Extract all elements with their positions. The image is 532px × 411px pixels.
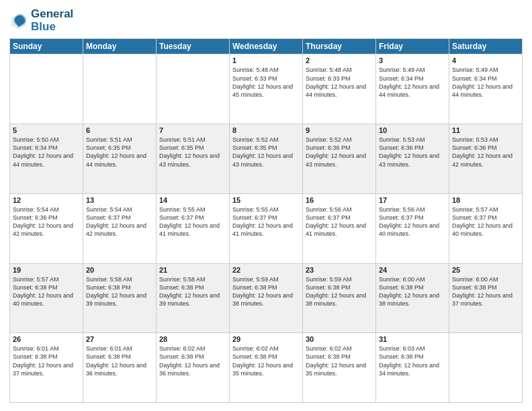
day-number: 27 — [86, 335, 153, 343]
calendar-cell: 5Sunrise: 5:50 AMSunset: 6:34 PMDaylight… — [10, 124, 83, 194]
day-info: Sunrise: 6:03 AMSunset: 6:38 PMDaylight:… — [379, 345, 446, 377]
day-number: 14 — [159, 196, 226, 204]
day-info: Sunrise: 5:50 AMSunset: 6:34 PMDaylight:… — [13, 136, 80, 169]
calendar-cell: 6Sunrise: 5:51 AMSunset: 6:35 PMDaylight… — [83, 124, 157, 194]
day-info: Sunrise: 5:48 AMSunset: 6:33 PMDaylight:… — [232, 66, 300, 99]
calendar-cell: 8Sunrise: 5:52 AMSunset: 6:35 PMDaylight… — [230, 124, 303, 194]
day-info: Sunrise: 5:53 AMSunset: 6:36 PMDaylight:… — [452, 136, 519, 169]
logo-text: General Blue — [31, 8, 73, 33]
day-info: Sunrise: 5:55 AMSunset: 6:37 PMDaylight:… — [159, 205, 226, 238]
day-number: 6 — [86, 126, 153, 134]
day-info: Sunrise: 5:51 AMSunset: 6:35 PMDaylight:… — [86, 136, 153, 169]
day-number: 4 — [452, 56, 519, 64]
calendar-cell: 24Sunrise: 6:00 AMSunset: 6:38 PMDayligh… — [376, 263, 449, 333]
day-number: 3 — [379, 56, 446, 64]
day-info: Sunrise: 5:52 AMSunset: 6:36 PMDaylight:… — [306, 136, 373, 169]
day-info: Sunrise: 5:52 AMSunset: 6:35 PMDaylight:… — [232, 136, 300, 169]
calendar-cell: 15Sunrise: 5:55 AMSunset: 6:37 PMDayligh… — [230, 193, 303, 263]
calendar-cell — [10, 54, 83, 124]
calendar-cell: 29Sunrise: 6:02 AMSunset: 6:38 PMDayligh… — [230, 333, 303, 403]
day-info: Sunrise: 6:01 AMSunset: 6:38 PMDaylight:… — [13, 345, 80, 377]
day-number: 11 — [452, 126, 519, 134]
day-number: 15 — [232, 196, 300, 204]
week-row-4: 19Sunrise: 5:57 AMSunset: 6:38 PMDayligh… — [10, 263, 523, 333]
day-info: Sunrise: 5:48 AMSunset: 6:33 PMDaylight:… — [306, 66, 373, 99]
day-number: 13 — [86, 196, 153, 204]
day-info: Sunrise: 6:02 AMSunset: 6:38 PMDaylight:… — [232, 345, 300, 377]
calendar-cell: 9Sunrise: 5:52 AMSunset: 6:36 PMDaylight… — [303, 124, 376, 194]
weekday-header-row: SundayMondayTuesdayWednesdayThursdayFrid… — [10, 39, 523, 54]
day-info: Sunrise: 5:54 AMSunset: 6:37 PMDaylight:… — [86, 205, 153, 238]
day-info: Sunrise: 5:49 AMSunset: 6:34 PMDaylight:… — [452, 66, 519, 99]
day-number: 21 — [159, 266, 226, 274]
calendar-cell: 2Sunrise: 5:48 AMSunset: 6:33 PMDaylight… — [303, 54, 376, 124]
header: General Blue — [9, 8, 523, 33]
day-number: 5 — [13, 126, 80, 134]
calendar-cell: 26Sunrise: 6:01 AMSunset: 6:38 PMDayligh… — [10, 333, 83, 403]
weekday-monday: Monday — [83, 39, 157, 54]
day-info: Sunrise: 6:00 AMSunset: 6:38 PMDaylight:… — [452, 275, 519, 308]
calendar-cell: 16Sunrise: 5:56 AMSunset: 6:37 PMDayligh… — [303, 193, 376, 263]
week-row-3: 12Sunrise: 5:54 AMSunset: 6:36 PMDayligh… — [10, 193, 523, 263]
day-info: Sunrise: 5:56 AMSunset: 6:37 PMDaylight:… — [306, 205, 373, 238]
calendar-cell: 7Sunrise: 5:51 AMSunset: 6:35 PMDaylight… — [157, 124, 230, 194]
day-number: 26 — [13, 335, 80, 343]
day-info: Sunrise: 5:59 AMSunset: 6:38 PMDaylight:… — [232, 275, 300, 308]
calendar-cell: 28Sunrise: 6:02 AMSunset: 6:38 PMDayligh… — [157, 333, 230, 403]
weekday-wednesday: Wednesday — [230, 39, 303, 54]
day-number: 16 — [306, 196, 373, 204]
day-number: 20 — [86, 266, 153, 274]
calendar-cell — [83, 54, 157, 124]
day-number: 19 — [13, 266, 80, 274]
calendar-cell: 3Sunrise: 5:49 AMSunset: 6:34 PMDaylight… — [376, 54, 449, 124]
day-info: Sunrise: 5:59 AMSunset: 6:38 PMDaylight:… — [306, 275, 373, 308]
day-info: Sunrise: 6:00 AMSunset: 6:38 PMDaylight:… — [379, 275, 446, 308]
day-info: Sunrise: 5:57 AMSunset: 6:38 PMDaylight:… — [13, 275, 80, 308]
calendar-cell — [449, 333, 523, 403]
day-number: 30 — [306, 335, 373, 343]
day-info: Sunrise: 5:53 AMSunset: 6:36 PMDaylight:… — [379, 136, 446, 169]
weekday-saturday: Saturday — [449, 39, 523, 54]
day-number: 2 — [306, 56, 373, 64]
calendar-cell: 13Sunrise: 5:54 AMSunset: 6:37 PMDayligh… — [83, 193, 157, 263]
day-info: Sunrise: 6:02 AMSunset: 6:38 PMDaylight:… — [306, 345, 373, 377]
day-info: Sunrise: 5:54 AMSunset: 6:36 PMDaylight:… — [13, 205, 80, 238]
calendar-cell: 17Sunrise: 5:56 AMSunset: 6:37 PMDayligh… — [376, 193, 449, 263]
day-info: Sunrise: 5:55 AMSunset: 6:37 PMDaylight:… — [232, 205, 300, 238]
calendar-cell: 1Sunrise: 5:48 AMSunset: 6:33 PMDaylight… — [230, 54, 303, 124]
weekday-sunday: Sunday — [10, 39, 83, 54]
calendar-cell: 31Sunrise: 6:03 AMSunset: 6:38 PMDayligh… — [376, 333, 449, 403]
day-number: 31 — [379, 335, 446, 343]
calendar-cell: 23Sunrise: 5:59 AMSunset: 6:38 PMDayligh… — [303, 263, 376, 333]
day-number: 23 — [306, 266, 373, 274]
day-number: 10 — [379, 126, 446, 134]
calendar-cell: 19Sunrise: 5:57 AMSunset: 6:38 PMDayligh… — [10, 263, 83, 333]
day-info: Sunrise: 6:02 AMSunset: 6:38 PMDaylight:… — [159, 345, 226, 377]
calendar-cell: 18Sunrise: 5:57 AMSunset: 6:37 PMDayligh… — [449, 193, 523, 263]
day-info: Sunrise: 6:01 AMSunset: 6:38 PMDaylight:… — [86, 345, 153, 377]
calendar-cell: 27Sunrise: 6:01 AMSunset: 6:38 PMDayligh… — [83, 333, 157, 403]
day-number: 28 — [159, 335, 226, 343]
calendar-cell: 11Sunrise: 5:53 AMSunset: 6:36 PMDayligh… — [449, 124, 523, 194]
weekday-friday: Friday — [376, 39, 449, 54]
day-number: 25 — [452, 266, 519, 274]
day-number: 12 — [13, 196, 80, 204]
calendar-cell: 25Sunrise: 6:00 AMSunset: 6:38 PMDayligh… — [449, 263, 523, 333]
logo: General Blue — [9, 8, 73, 33]
day-number: 9 — [306, 126, 373, 134]
day-number: 22 — [232, 266, 300, 274]
day-info: Sunrise: 5:56 AMSunset: 6:37 PMDaylight:… — [379, 205, 446, 238]
day-info: Sunrise: 5:58 AMSunset: 6:38 PMDaylight:… — [159, 275, 226, 308]
day-number: 17 — [379, 196, 446, 204]
day-number: 24 — [379, 266, 446, 274]
weekday-tuesday: Tuesday — [157, 39, 230, 54]
calendar-cell: 14Sunrise: 5:55 AMSunset: 6:37 PMDayligh… — [157, 193, 230, 263]
week-row-5: 26Sunrise: 6:01 AMSunset: 6:38 PMDayligh… — [10, 333, 523, 403]
calendar-table: SundayMondayTuesdayWednesdayThursdayFrid… — [9, 38, 523, 403]
logo-icon — [9, 11, 28, 30]
day-info: Sunrise: 5:49 AMSunset: 6:34 PMDaylight:… — [379, 66, 446, 99]
day-number: 18 — [452, 196, 519, 204]
day-info: Sunrise: 5:58 AMSunset: 6:38 PMDaylight:… — [86, 275, 153, 308]
page: General Blue SundayMondayTuesdayWednesda… — [0, 0, 532, 411]
calendar-cell: 12Sunrise: 5:54 AMSunset: 6:36 PMDayligh… — [10, 193, 83, 263]
